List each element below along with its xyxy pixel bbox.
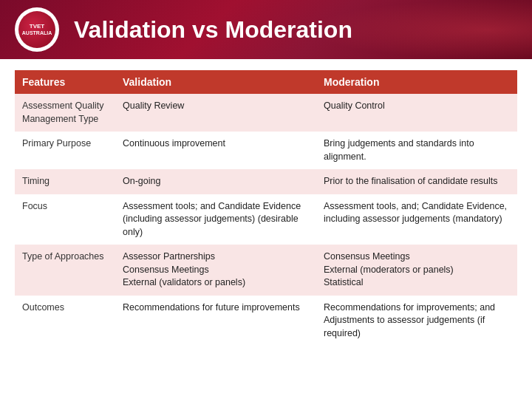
col-header-features: Features <box>15 70 115 94</box>
cell-validation: Recommendations for future improvements <box>115 296 316 347</box>
cell-moderation: Recommendations for improvements; and Ad… <box>316 296 517 347</box>
cell-feature: Timing <box>15 169 115 194</box>
cell-validation: Quality Review <box>115 94 316 132</box>
cell-moderation: Consensus MeetingsExternal (moderators o… <box>316 245 517 296</box>
main-content: Features Validation Moderation Assessmen… <box>0 59 532 399</box>
table-row: OutcomesRecommendations for future impro… <box>15 296 517 347</box>
table-row: Primary PurposeContinuous improvementBri… <box>15 132 517 169</box>
cell-feature: Assessment Quality Management Type <box>15 94 115 132</box>
col-header-validation: Validation <box>115 70 316 94</box>
page-header: TVET AUSTRALIA Validation vs Moderation <box>0 0 532 59</box>
table-row: FocusAssessment tools; and Candidate Evi… <box>15 194 517 245</box>
cell-moderation: Bring judgements and standards into alig… <box>316 132 517 169</box>
cell-validation: Assessment tools; and Candidate Evidence… <box>115 194 316 245</box>
cell-feature: Focus <box>15 194 115 245</box>
comparison-table: Features Validation Moderation Assessmen… <box>15 70 517 346</box>
cell-feature: Type of Approaches <box>15 245 115 296</box>
cell-moderation: Quality Control <box>316 94 517 132</box>
cell-moderation: Prior to the finalisation of candidate r… <box>316 169 517 194</box>
cell-feature: Primary Purpose <box>15 132 115 169</box>
cell-validation: On-going <box>115 169 316 194</box>
table-row: Assessment Quality Management TypeQualit… <box>15 94 517 132</box>
col-header-moderation: Moderation <box>316 70 517 94</box>
logo-inner: TVET AUSTRALIA <box>18 11 55 48</box>
logo-tvet: TVET <box>22 24 52 30</box>
logo-australia: AUSTRALIA <box>22 30 52 35</box>
page-title: Validation vs Moderation <box>74 16 352 44</box>
cell-moderation: Assessment tools, and; Candidate Evidenc… <box>316 194 517 245</box>
logo: TVET AUSTRALIA <box>15 7 59 52</box>
table-row: TimingOn-goingPrior to the finalisation … <box>15 169 517 194</box>
cell-validation: Continuous improvement <box>115 132 316 169</box>
cell-validation: Assessor PartnershipsConsensus MeetingsE… <box>115 245 316 296</box>
table-row: Type of ApproachesAssessor PartnershipsC… <box>15 245 517 296</box>
cell-feature: Outcomes <box>15 296 115 347</box>
table-header-row: Features Validation Moderation <box>15 70 517 94</box>
